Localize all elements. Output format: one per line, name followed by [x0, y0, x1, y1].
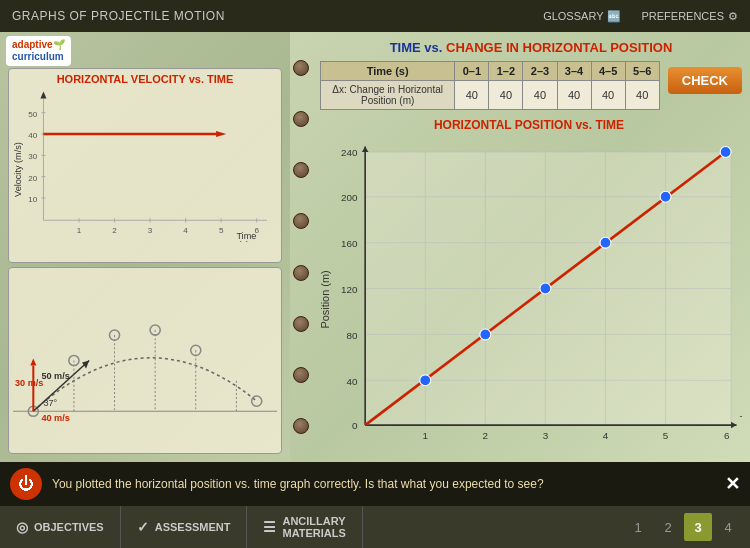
ring-5 [293, 265, 309, 281]
svg-text:2: 2 [483, 430, 488, 441]
objectives-icon: ◎ [16, 519, 28, 535]
svg-text:6: 6 [724, 430, 730, 441]
position-svg: // We'll draw grid lines in SVG [316, 134, 742, 454]
svg-marker-49 [30, 358, 36, 365]
svg-text:10: 10 [28, 195, 38, 204]
svg-text:20: 20 [28, 174, 38, 183]
projectile-chart: 30 m/s 50 m/s 37° 40 m/s [8, 267, 282, 454]
objectives-label: OBJECTIVES [34, 521, 104, 533]
velocity-graph-area: Velocity (m/s) Time (s) 10 20 30 40 [13, 87, 277, 242]
projectile-svg: 30 m/s 50 m/s 37° 40 m/s [13, 272, 277, 449]
app-header: GRAPHS OF PROJECTILE MOTION GLOSSARY 🔤 P… [0, 0, 750, 32]
val-56[interactable]: 40 [625, 81, 659, 110]
ring-8 [293, 418, 309, 434]
val-23[interactable]: 40 [523, 81, 557, 110]
svg-text:4: 4 [183, 226, 188, 235]
main-area: adaptive🌱 curriculum HORIZONTAL VELOCITY… [0, 32, 750, 462]
svg-marker-29 [40, 91, 46, 98]
page-3[interactable]: 3 [684, 513, 712, 541]
val-12[interactable]: 40 [489, 81, 523, 110]
val-01[interactable]: 40 [455, 81, 489, 110]
svg-point-91 [720, 147, 731, 158]
svg-point-38 [150, 325, 160, 335]
top-table-section: TIME vs. CHANGE IN HORIZONTAL POSITION T… [312, 32, 750, 114]
assessment-label: ASSESSMENT [155, 521, 231, 533]
data-table-wrap: Time (s) 0–1 1–2 2–3 3–4 4–5 5–6 [320, 61, 660, 110]
glossary-icon: 🔤 [607, 10, 621, 23]
val-34[interactable]: 40 [557, 81, 591, 110]
page-1[interactable]: 1 [624, 513, 652, 541]
right-panel: TIME vs. CHANGE IN HORIZONTAL POSITION T… [290, 32, 750, 462]
svg-text:1: 1 [422, 430, 427, 441]
objectives-tab[interactable]: ◎ OBJECTIVES [0, 506, 121, 548]
page-4[interactable]: 4 [714, 513, 742, 541]
svg-point-86 [420, 375, 431, 386]
ring-3 [293, 162, 309, 178]
table-check-row: Time (s) 0–1 1–2 2–3 3–4 4–5 5–6 [320, 61, 742, 110]
svg-text:6: 6 [254, 226, 259, 235]
assessment-tab[interactable]: ✓ ASSESSMENT [121, 506, 248, 548]
col-34: 3–4 [557, 62, 591, 81]
ring-6 [293, 316, 309, 332]
svg-point-40 [252, 396, 262, 406]
col-45: 4–5 [591, 62, 625, 81]
preferences-btn[interactable]: PREFERENCES ⚙ [641, 10, 738, 23]
page-2[interactable]: 2 [654, 513, 682, 541]
svg-marker-68 [731, 422, 736, 429]
svg-text:Time: Time [740, 413, 742, 424]
col-12: 1–2 [489, 62, 523, 81]
svg-text:3: 3 [543, 430, 549, 441]
left-panel: adaptive🌱 curriculum HORIZONTAL VELOCITY… [0, 32, 290, 462]
data-table: Time (s) 0–1 1–2 2–3 3–4 4–5 5–6 [320, 61, 660, 110]
svg-text:40: 40 [347, 376, 358, 387]
ancillary-tab[interactable]: ☰ ANCILLARYMATERIALS [247, 506, 362, 548]
close-button[interactable]: ✕ [725, 473, 740, 495]
position-chart: HORIZONTAL POSITION vs. TIME // We'll dr… [312, 114, 750, 462]
row-label: Δx: Change in HorizontalPosition (m) [321, 81, 455, 110]
glossary-btn[interactable]: GLOSSARY 🔤 [543, 10, 621, 23]
power-button[interactable]: ⏻ [10, 468, 42, 500]
footer-nav: ◎ OBJECTIVES ✓ ASSESSMENT ☰ ANCILLARYMAT… [0, 506, 616, 548]
svg-text:160: 160 [341, 238, 358, 249]
svg-text:30: 30 [28, 152, 38, 161]
svg-text:200: 200 [341, 192, 358, 203]
logo-line2: curriculum [12, 51, 65, 63]
power-icon: ⏻ [18, 475, 34, 493]
val-45[interactable]: 40 [591, 81, 625, 110]
svg-point-90 [660, 191, 671, 202]
velocity-svg: Velocity (m/s) Time (s) 10 20 30 40 [13, 87, 277, 242]
position-chart-title: HORIZONTAL POSITION vs. TIME [316, 118, 742, 132]
svg-text:40 m/s: 40 m/s [41, 413, 69, 423]
svg-text:Position (m): Position (m) [319, 270, 331, 328]
ring-1 [293, 60, 309, 76]
ring-4 [293, 213, 309, 229]
preferences-label: PREFERENCES [641, 10, 724, 22]
assessment-icon: ✓ [137, 519, 149, 535]
ancillary-icon: ☰ [263, 519, 276, 535]
message-text: You plotted the horizontal position vs. … [52, 477, 715, 491]
svg-text:5: 5 [219, 226, 224, 235]
velocity-chart: HORIZONTAL VELOCITY vs. TIME Velocity (m… [8, 68, 282, 263]
ancillary-label: ANCILLARYMATERIALS [282, 515, 345, 539]
svg-text:1: 1 [77, 226, 82, 235]
header-actions: GLOSSARY 🔤 PREFERENCES ⚙ [543, 10, 738, 23]
svg-text:40: 40 [28, 131, 38, 140]
svg-marker-43 [82, 361, 89, 369]
svg-text:120: 120 [341, 284, 358, 295]
svg-text:80: 80 [347, 330, 358, 341]
notebook-rings [290, 32, 312, 462]
logo: adaptive🌱 curriculum [6, 36, 71, 66]
app-title: GRAPHS OF PROJECTILE MOTION [12, 9, 225, 23]
col-56: 5–6 [625, 62, 659, 81]
preferences-icon: ⚙ [728, 10, 738, 23]
svg-text:30 m/s: 30 m/s [15, 378, 43, 388]
logo-line1: adaptive🌱 [12, 39, 65, 51]
check-button[interactable]: CHECK [668, 67, 742, 94]
svg-text:(s): (s) [238, 240, 249, 242]
glossary-label: GLOSSARY [543, 10, 603, 22]
col-23: 2–3 [523, 62, 557, 81]
svg-point-89 [600, 237, 611, 248]
svg-text:37°: 37° [43, 398, 57, 408]
message-bar: ⏻ You plotted the horizontal position vs… [0, 462, 750, 506]
svg-text:0: 0 [352, 420, 358, 431]
